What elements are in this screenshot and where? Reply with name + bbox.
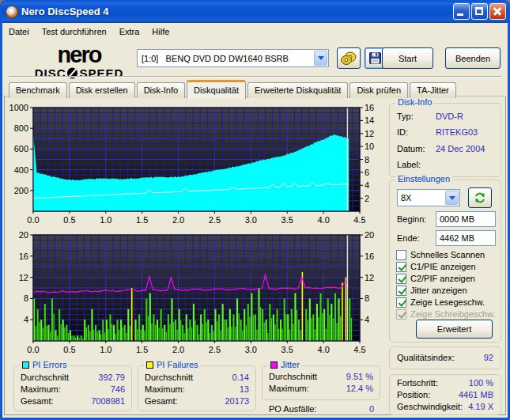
drive-selector-arrow[interactable]: [314, 51, 327, 66]
checkbox-schreibgeschw: Zeige Schreibgeschw.: [396, 308, 496, 320]
jitter-stats-group: Jitter Durchschnitt9.51 % Maximum:12.4 %: [262, 365, 380, 400]
chevron-down-icon: [318, 56, 324, 60]
svg-text:800: 800: [14, 123, 28, 133]
refresh-icon: [474, 191, 486, 204]
svg-text:12: 12: [365, 273, 374, 282]
svg-text:2: 2: [365, 194, 369, 203]
maximize-icon: [475, 7, 483, 15]
chevron-down-icon: [449, 196, 455, 200]
begin-input[interactable]: [436, 211, 496, 227]
svg-text:4.0: 4.0: [317, 345, 329, 354]
svg-text:4.5: 4.5: [353, 345, 365, 354]
disc-eject-icon: [341, 51, 357, 66]
checkbox-icon: [396, 309, 406, 320]
checkbox-schnelles-scannen[interactable]: Schnelles Scannen: [396, 249, 485, 260]
svg-text:0.0: 0.0: [27, 215, 39, 225]
svg-text:2.5: 2.5: [209, 345, 221, 354]
end-input[interactable]: [436, 230, 496, 246]
menu-hilfe[interactable]: Hilfe: [145, 25, 176, 38]
progress-value: 100 %: [469, 378, 493, 388]
tab-benchmark[interactable]: Benchmark: [9, 82, 67, 98]
tab-diskqualitaet[interactable]: Diskqualität: [187, 80, 246, 99]
minimize-button[interactable]: [453, 3, 470, 20]
svg-text:8: 8: [365, 155, 369, 165]
checkbox-jitter[interactable]: Jitter anzeigen: [396, 285, 467, 296]
svg-text:4.5: 4.5: [353, 215, 365, 225]
eject-disc-button[interactable]: [337, 47, 361, 69]
tab-ta-jitter[interactable]: TA-Jitter: [410, 82, 456, 98]
jitter-legend-swatch: [270, 361, 278, 369]
drive-selector-value: [1:0] BENQ DVD DD DW1640 BSRB: [138, 54, 314, 63]
checkbox-icon: [396, 286, 406, 296]
checkbox-icon: [396, 250, 406, 260]
svg-text:20: 20: [365, 230, 374, 240]
po-failures-row: PO Ausfälle:0: [269, 404, 374, 414]
pi-failures-jitter-chart: 48121620481216200.00.51.01.52.02.53.03.5…: [9, 228, 387, 361]
svg-text:600: 600: [14, 144, 28, 153]
menu-datei[interactable]: Datei: [2, 25, 36, 38]
quality-index-value: 92: [484, 353, 493, 362]
tab-disk-erstellen[interactable]: Disk erstellen: [69, 82, 135, 98]
svg-text:12: 12: [365, 129, 374, 138]
svg-text:6: 6: [365, 168, 369, 177]
svg-text:0.5: 0.5: [63, 215, 75, 225]
svg-text:4: 4: [24, 315, 28, 324]
checkbox-c2-pif[interactable]: C2/PIF anzeigen: [396, 273, 475, 284]
svg-text:1.5: 1.5: [136, 215, 148, 225]
window-title: Nero DiscSpeed 4: [21, 6, 451, 17]
disk-date-value: 24 Dec 2004: [436, 144, 485, 153]
svg-text:4.0: 4.0: [317, 215, 329, 225]
maximize-button[interactable]: [471, 3, 488, 20]
svg-text:4: 4: [365, 315, 369, 324]
svg-text:400: 400: [14, 165, 28, 175]
menu-test-durchfuehren[interactable]: Test durchführen: [36, 25, 113, 38]
svg-text:20: 20: [19, 230, 28, 240]
tab-erweiterte-diskqualitaet[interactable]: Erweiterte Diskqualität: [247, 82, 348, 98]
svg-text:2.0: 2.0: [172, 215, 184, 225]
scan-speed-select[interactable]: 8X: [397, 189, 460, 206]
tab-disk-pruefen[interactable]: Disk prüfen: [349, 82, 408, 98]
svg-text:16: 16: [365, 252, 374, 261]
drive-selector[interactable]: [1:0] BENQ DVD DD DW1640 BSRB: [137, 49, 329, 67]
svg-text:1.0: 1.0: [100, 345, 111, 354]
title-bar[interactable]: Nero DiscSpeed 4: [0, 0, 510, 23]
svg-text:8: 8: [24, 293, 28, 303]
toolbar-separator: [9, 76, 501, 78]
svg-text:4: 4: [365, 180, 369, 190]
svg-text:2.0: 2.0: [172, 345, 184, 354]
close-button[interactable]: [489, 3, 506, 20]
quit-button[interactable]: Beenden: [445, 47, 501, 69]
checkbox-lesegeschw[interactable]: Zeige Lesegeschw.: [396, 297, 485, 308]
svg-text:1.0: 1.0: [100, 215, 111, 225]
progress-box: Fortschritt:100 % Position:4461 MB Gesch…: [389, 374, 501, 415]
floppy-disk-icon: [369, 52, 381, 64]
svg-text:3.5: 3.5: [281, 215, 293, 225]
svg-text:2.5: 2.5: [209, 215, 221, 225]
checkbox-icon: [396, 274, 406, 284]
refresh-button[interactable]: [468, 187, 492, 208]
tab-disk-info[interactable]: Disk-Info: [137, 82, 185, 98]
checkbox-icon: [396, 297, 406, 308]
advanced-button[interactable]: Erweitert: [416, 320, 493, 339]
logo-nero-text: nero: [20, 44, 138, 66]
svg-text:200: 200: [14, 186, 28, 195]
pi-errors-stats-group: PI Errors Durchschnitt392.79 Maximum:746…: [13, 365, 132, 411]
diskqualitaet-tab-page: 20040060080010002468101214160.00.51.01.5…: [4, 96, 506, 415]
svg-text:0.0: 0.0: [27, 345, 39, 354]
pi-errors-legend-swatch: [22, 361, 29, 369]
checkbox-c1-pie[interactable]: C1/PIE anzeigen: [396, 261, 476, 272]
speed-value: 4.19 X: [468, 402, 493, 411]
menu-extra[interactable]: Extra: [113, 25, 146, 38]
svg-text:3.0: 3.0: [245, 215, 257, 225]
svg-text:14: 14: [365, 115, 374, 125]
start-button[interactable]: Start: [382, 47, 433, 69]
app-window: Nero DiscSpeed 4 Datei Test durchführen …: [0, 0, 510, 420]
svg-text:3.0: 3.0: [245, 345, 257, 354]
pi-errors-chart: 20040060080010002468101214160.00.51.01.5…: [9, 100, 387, 229]
svg-text:16: 16: [365, 103, 374, 112]
position-value: 4461 MB: [459, 390, 493, 399]
svg-text:10: 10: [365, 142, 374, 151]
checkbox-icon: [396, 262, 406, 272]
minimize-icon: [457, 13, 463, 16]
disk-type-value: DVD-R: [436, 112, 463, 121]
